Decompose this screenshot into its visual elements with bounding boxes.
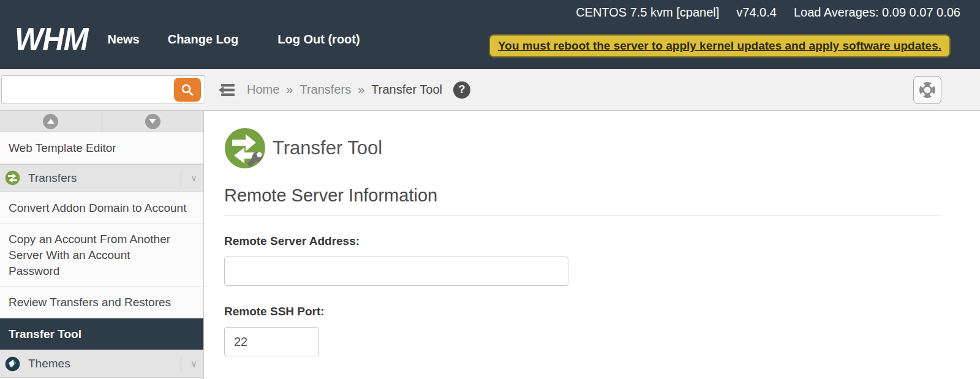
sidebar-item-transfer-tool[interactable]: Transfer Tool [0, 318, 203, 350]
search-button[interactable] [174, 78, 201, 102]
help-icon[interactable]: ? [453, 81, 470, 99]
sidebar-search [1, 75, 205, 104]
scroll-up-icon [43, 114, 58, 129]
sidebar-scroll-controls [0, 111, 203, 132]
remote-ssh-port-label: Remote SSH Port: [224, 305, 941, 318]
sidebar-item-label: Review Transfers and Restores [9, 296, 171, 309]
sidebar-item-label: Copy an Account From Another Server With… [9, 233, 170, 277]
sidebar-group-label: Themes [28, 357, 70, 370]
section-title: Remote Server Information [224, 186, 941, 216]
transfers-icon [5, 170, 20, 186]
chevron-down-icon: ∨ [181, 356, 197, 372]
nav-change-log[interactable]: Change Log [168, 32, 239, 47]
remote-server-address-label: Remote Server Address: [224, 235, 941, 248]
page-title: Transfer Tool [273, 137, 382, 159]
collapse-sidebar-button[interactable] [213, 81, 237, 99]
sidebar-group-transfers[interactable]: Transfers ∨ [0, 164, 203, 192]
breadcrumb-separator: » [358, 83, 364, 97]
sidebar-item-label: Web Template Editor [9, 141, 116, 154]
breadcrumb: Home » Transfers » Transfer Tool ? [247, 81, 470, 99]
sidebar-scroll-up-button[interactable] [0, 111, 102, 132]
breadcrumb-separator: » [286, 83, 293, 97]
server-status-version: v74.0.4 [736, 6, 777, 20]
collapse-sidebar-icon [213, 81, 237, 99]
transfer-tool-icon [224, 127, 266, 169]
breadcrumb-home[interactable]: Home [247, 83, 279, 97]
breadcrumb-transfers[interactable]: Transfers [300, 83, 351, 97]
nav-log-out[interactable]: Log Out (root) [277, 32, 360, 47]
life-ring-icon [918, 80, 937, 100]
breadcrumb-bar: Home » Transfers » Transfer Tool ? [0, 69, 980, 111]
content: Web Template Editor Transfers ∨ Convert … [0, 111, 980, 379]
sidebar-item-web-template-editor[interactable]: Web Template Editor [0, 132, 203, 164]
reboot-warning-link[interactable]: You must reboot the server to apply kern… [498, 39, 941, 52]
remote-server-address-input[interactable] [224, 257, 568, 286]
remote-ssh-port-input[interactable] [224, 327, 319, 356]
server-status-system: CENTOS 7.5 kvm [cpanel] [576, 6, 719, 20]
sidebar-scroll-down-button[interactable] [102, 111, 204, 132]
top-header: CENTOS 7.5 kvm [cpanel] v74.0.4 Load Ave… [0, 0, 980, 69]
server-status: CENTOS 7.5 kvm [cpanel] v74.0.4 Load Ave… [576, 6, 960, 20]
main-panel: Transfer Tool Remote Server Information … [204, 111, 980, 379]
page-title-row: Transfer Tool [224, 127, 941, 169]
reboot-warning-banner[interactable]: You must reboot the server to apply kern… [489, 34, 951, 58]
support-button[interactable] [913, 76, 941, 104]
chevron-down-icon: ∨ [181, 170, 197, 186]
sidebar: Web Template Editor Transfers ∨ Convert … [0, 111, 204, 379]
sidebar-item-convert-addon-domain[interactable]: Convert Addon Domain to Account [0, 192, 203, 224]
sidebar-item-review-transfers[interactable]: Review Transfers and Restores [0, 287, 203, 318]
search-icon [181, 83, 194, 97]
scroll-down-icon [145, 114, 160, 129]
server-status-load: Load Averages: 0.09 0.07 0.06 [794, 6, 960, 20]
whm-logo[interactable]: WHM [15, 24, 88, 55]
sidebar-group-themes[interactable]: Themes ∨ [0, 350, 203, 378]
sidebar-item-label: Transfer Tool [9, 328, 81, 340]
themes-icon [5, 356, 20, 372]
sidebar-item-label: Convert Addon Domain to Account [9, 201, 186, 214]
sidebar-group-label: Transfers [28, 171, 77, 185]
breadcrumb-current: Transfer Tool [371, 83, 442, 97]
main-nav: WHM News Change Log Log Out (root) [15, 24, 388, 54]
sidebar-item-copy-account[interactable]: Copy an Account From Another Server With… [0, 223, 203, 287]
nav-news[interactable]: News [107, 32, 139, 47]
